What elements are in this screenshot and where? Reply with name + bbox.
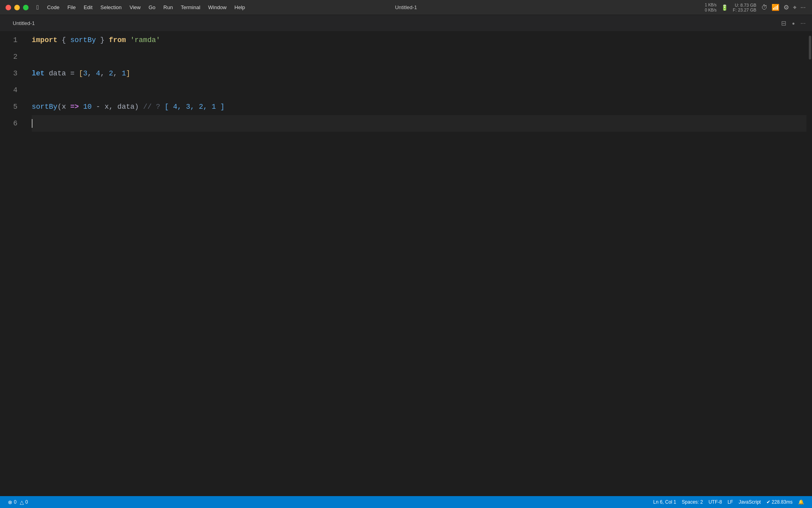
split-editor-icon[interactable]: ⊟ (781, 19, 786, 27)
bell-icon: 🔔 (798, 499, 804, 505)
editor-container: 1 2 3 4 5 6 import { sortBy } (0, 32, 812, 496)
quokka-text: ✔ 228.83ms (766, 499, 793, 505)
menu-window[interactable]: Window (205, 3, 230, 12)
notification-icon[interactable]: 🔔 (796, 498, 806, 506)
cursor-position[interactable]: Ln 6, Col 1 (651, 498, 678, 506)
tab-right-icons: ⊟ ● ··· (781, 19, 806, 27)
identifier-sortby: sortBy (70, 36, 96, 44)
status-right: Ln 6, Col 1 Spaces: 2 UTF-8 LF JavaScrip… (651, 498, 806, 506)
line-ending[interactable]: LF (725, 498, 735, 506)
network-stats: 1 KB/s 0 KB/s (705, 2, 716, 13)
warning-number: 0 (25, 499, 28, 505)
line-number-2: 2 (13, 48, 17, 65)
identifier-data: data (49, 69, 66, 77)
gutter-line-1: 1 (0, 32, 17, 48)
gutter-line-3: 3 (0, 65, 17, 82)
status-bar: ⊗ 0 △ 0 Ln 6, Col 1 Spaces: 2 UTF-8 LF J… (0, 496, 812, 508)
error-number: 0 (14, 499, 17, 505)
line-number-1: 1 (13, 32, 17, 48)
comment-marker: // ? (143, 103, 165, 111)
code-editor[interactable]: import { sortBy } from 'ramda' let data … (24, 32, 806, 496)
fn-call-sortby: sortBy (32, 103, 57, 111)
position-text: Ln 6, Col 1 (653, 499, 676, 505)
spaces-text: Spaces: 2 (682, 499, 703, 505)
code-line-2 (32, 48, 806, 65)
menu-file[interactable]: File (64, 3, 79, 12)
more-icon[interactable]: ··· (801, 4, 806, 11)
error-count[interactable]: ⊗ 0 △ 0 (6, 498, 30, 506)
window-title: Untitled-1 (395, 4, 417, 10)
quokka-status[interactable]: ✔ 228.83ms (764, 498, 795, 506)
menu-selection[interactable]: Selection (97, 3, 125, 12)
line-number-5: 5 (13, 98, 17, 115)
arrow-operator: => (70, 103, 79, 111)
code-line-5: sortBy ( x => 10 - x , data ) // ? [ 4, … (32, 98, 806, 115)
close-button[interactable] (6, 5, 11, 10)
network-up: 1 KB/s (705, 2, 716, 8)
tab-bar: Untitled-1 ⊟ ● ··· (0, 15, 812, 32)
scrollbar-track[interactable] (806, 32, 812, 496)
titlebar:  Code File Edit Selection View Go Run T… (0, 0, 812, 15)
clock-icon: ⏱ (761, 4, 768, 11)
traffic-lights (0, 5, 29, 10)
gutter-line-4: 4 (0, 82, 17, 98)
controls-icon: ⚙ (783, 4, 789, 11)
editor-tab[interactable]: Untitled-1 (6, 18, 41, 29)
storage-u: U: 8.73 GB (735, 3, 756, 8)
menu-code[interactable]: Code (44, 3, 63, 12)
pointer-icon: ⌖ (793, 4, 797, 11)
gutter-line-5: 5 (0, 98, 17, 115)
string-ramda: 'ramda' (130, 36, 160, 44)
menu-go[interactable]: Go (145, 3, 159, 12)
line-number-4: 4 (13, 82, 17, 98)
language-text: JavaScript (739, 499, 761, 505)
menu-view[interactable]: View (126, 3, 144, 12)
menu-terminal[interactable]: Terminal (177, 3, 204, 12)
comment-result: [ 4, 3, 2, 1 ] (165, 103, 224, 111)
keyword-from: from (109, 36, 126, 44)
gutter-line-2: 2 (0, 48, 17, 65)
battery-icon: 🔋 (721, 4, 728, 11)
menu-bar:  Code File Edit Selection View Go Run T… (33, 3, 249, 12)
menu-help[interactable]: Help (231, 3, 249, 12)
menu-edit[interactable]: Edit (80, 3, 96, 12)
line-gutter: 1 2 3 4 5 6 (0, 32, 24, 496)
param-x: x (62, 103, 66, 111)
wifi-icon: 📶 (772, 4, 779, 11)
titlebar-icons: ⏱ 📶 ⚙ ⌖ ··· (761, 4, 806, 11)
text-cursor (32, 119, 33, 128)
code-line-4 (32, 82, 806, 98)
status-left: ⊗ 0 △ 0 (6, 498, 30, 506)
warning-icon: △ (20, 499, 24, 505)
encoding[interactable]: UTF-8 (706, 498, 724, 506)
code-line-6 (32, 115, 806, 132)
code-line-1: import { sortBy } from 'ramda' (32, 32, 806, 48)
line-number-3: 3 (13, 65, 17, 82)
line-ending-text: LF (728, 499, 733, 505)
dot-icon: ● (792, 21, 795, 26)
storage-f: F: 23.27 GB (733, 8, 756, 12)
menu-run[interactable]: Run (160, 3, 176, 12)
maximize-button[interactable] (23, 5, 29, 10)
apple-menu[interactable]:  (33, 3, 43, 12)
scrollbar-thumb[interactable] (809, 36, 811, 60)
keyword-import: import (32, 36, 57, 44)
titlebar-right: 1 KB/s 0 KB/s 🔋 U: 8.73 GB F: 23.27 GB ⏱… (705, 2, 812, 13)
line-number-6: 6 (13, 115, 17, 132)
gutter-line-6: 6 (0, 115, 17, 132)
network-down: 0 KB/s (705, 8, 716, 13)
minimize-button[interactable] (14, 5, 20, 10)
language-mode[interactable]: JavaScript (736, 498, 763, 506)
indentation[interactable]: Spaces: 2 (680, 498, 705, 506)
more-actions-icon[interactable]: ··· (801, 20, 806, 27)
keyword-let: let (32, 69, 44, 77)
code-line-3: let data = [ 3 , 4 , 2 , 1 ] (32, 65, 806, 82)
error-icon: ⊗ (8, 499, 12, 505)
encoding-text: UTF-8 (709, 499, 722, 505)
